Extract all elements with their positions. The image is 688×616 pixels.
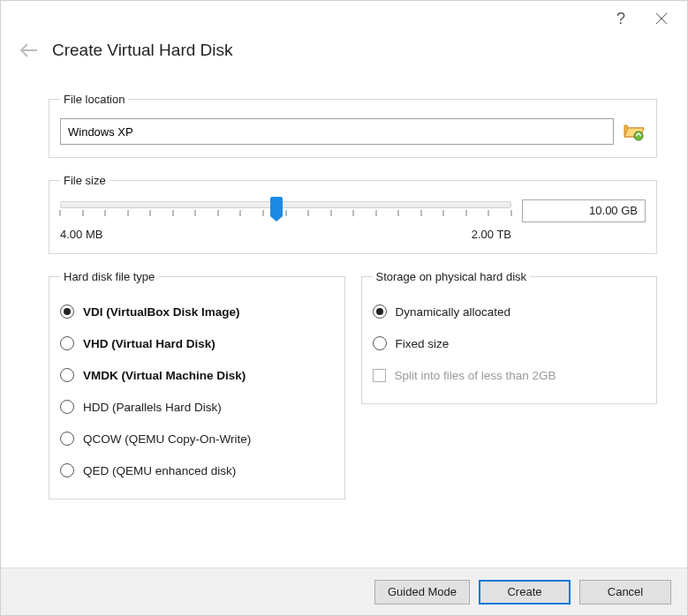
size-slider[interactable]: 4.00 MB 2.00 TB bbox=[60, 199, 511, 241]
header: Create Virtual Hard Disk bbox=[1, 36, 687, 73]
slider-ticks bbox=[60, 210, 511, 221]
radio-icon bbox=[60, 336, 74, 350]
radio-icon bbox=[60, 304, 74, 319]
help-button[interactable]: ? bbox=[601, 4, 641, 33]
footer: Guided Mode Create Cancel bbox=[1, 567, 687, 615]
file-type-option-label: VMDK (Virtual Machine Disk) bbox=[83, 369, 246, 382]
storage-option[interactable]: Fixed size bbox=[373, 327, 646, 359]
close-button[interactable] bbox=[641, 4, 682, 33]
checkbox-icon bbox=[373, 369, 386, 382]
file-type-option-label: QED (QEMU enhanced disk) bbox=[83, 464, 236, 477]
dialog-body: File location File size bbox=[1, 73, 687, 567]
file-type-option[interactable]: QED (QEMU enhanced disk) bbox=[60, 454, 334, 486]
radio-icon bbox=[373, 304, 387, 319]
storage-option[interactable]: Dynamically allocated bbox=[373, 296, 646, 327]
size-min-label: 4.00 MB bbox=[60, 228, 102, 241]
guided-mode-button[interactable]: Guided Mode bbox=[374, 580, 470, 605]
size-value-display[interactable]: 10.00 GB bbox=[522, 199, 646, 222]
file-location-group: File location bbox=[49, 93, 657, 158]
file-type-option-label: HDD (Parallels Hard Disk) bbox=[83, 401, 222, 414]
create-button[interactable]: Create bbox=[479, 580, 571, 605]
file-type-legend: Hard disk file type bbox=[60, 270, 158, 283]
arrow-left-icon bbox=[19, 42, 39, 58]
radio-icon bbox=[60, 463, 74, 477]
file-type-option[interactable]: QCOW (QEMU Copy-On-Write) bbox=[60, 423, 334, 454]
storage-legend: Storage on physical hard disk bbox=[373, 270, 531, 283]
split-files-checkbox: Split into files of less than 2GB bbox=[373, 359, 646, 391]
file-type-option[interactable]: HDD (Parallels Hard Disk) bbox=[60, 391, 334, 423]
file-size-legend: File size bbox=[60, 174, 110, 187]
split-files-label: Split into files of less than 2GB bbox=[395, 369, 556, 382]
radio-icon bbox=[60, 368, 74, 382]
radio-icon bbox=[60, 400, 74, 414]
close-icon bbox=[655, 12, 668, 25]
folder-open-icon bbox=[624, 122, 645, 141]
size-max-label: 2.00 TB bbox=[472, 228, 511, 241]
file-location-legend: File location bbox=[60, 93, 128, 106]
storage-group: Storage on physical hard disk Dynamicall… bbox=[361, 270, 658, 404]
file-type-group: Hard disk file type VDI (VirtualBox Disk… bbox=[49, 270, 345, 500]
file-type-option[interactable]: VDI (VirtualBox Disk Image) bbox=[60, 296, 334, 327]
storage-option-label: Fixed size bbox=[396, 337, 450, 350]
titlebar: ? bbox=[1, 1, 687, 36]
file-type-option-label: VHD (Virtual Hard Disk) bbox=[83, 337, 215, 350]
back-button[interactable] bbox=[19, 40, 40, 61]
radio-icon bbox=[373, 336, 387, 350]
storage-option-label: Dynamically allocated bbox=[396, 305, 511, 319]
file-size-group: File size 4.00 MB 2.00 TB 10.00 GB bbox=[49, 174, 657, 254]
file-type-option-label: VDI (VirtualBox Disk Image) bbox=[83, 305, 240, 319]
file-type-option[interactable]: VHD (Virtual Hard Disk) bbox=[60, 327, 334, 359]
file-type-option[interactable]: VMDK (Virtual Machine Disk) bbox=[60, 359, 334, 391]
file-location-input[interactable] bbox=[60, 118, 614, 145]
dialog-window: ? Create Virtual Hard Disk File location bbox=[0, 0, 688, 616]
cancel-button[interactable]: Cancel bbox=[579, 580, 671, 605]
page-title: Create Virtual Hard Disk bbox=[52, 41, 233, 60]
file-type-option-label: QCOW (QEMU Copy-On-Write) bbox=[83, 432, 251, 446]
browse-folder-button[interactable] bbox=[623, 120, 646, 143]
radio-icon bbox=[60, 432, 74, 446]
